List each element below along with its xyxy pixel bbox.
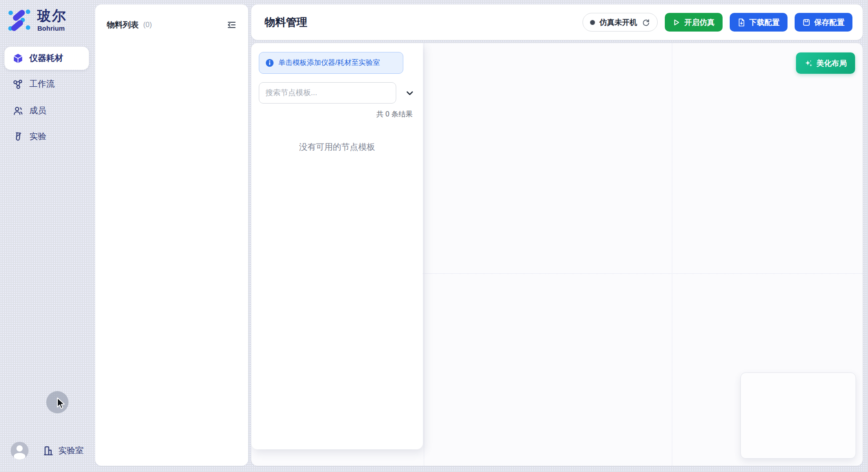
beautify-layout-button[interactable]: 美化布局 [796,52,855,74]
play-icon [673,19,680,26]
lab-link[interactable]: 实验室 [43,445,84,456]
header-actions: 仿真未开机 开启仿真 下载配置 保存配置 [583,13,852,32]
sidebar-item-label: 仪器耗材 [29,52,63,64]
start-simulation-label: 开启仿真 [684,17,715,28]
beautify-layout-label: 美化布局 [816,58,847,68]
canvas-gridline [672,43,672,466]
save-icon [803,19,810,26]
workflow-icon [12,79,23,89]
sparkles-icon [804,59,813,68]
download-config-label: 下载配置 [749,17,780,28]
sidebar-item-members[interactable]: 成员 [4,99,89,122]
sidebar-item-label: 实验 [29,131,46,142]
brand-name-cn: 玻尔 [37,9,67,23]
sidebar-item-experiments[interactable]: 实验 [4,125,89,148]
save-config-button[interactable]: 保存配置 [795,13,852,32]
brand-logo: 玻尔 Bohrium [8,9,67,32]
search-row [259,82,415,104]
collapse-panel-icon[interactable] [227,20,237,30]
info-icon [265,59,274,67]
bohrium-logo-icon [8,9,30,32]
sidebar-item-label: 工作流 [29,78,55,90]
search-input[interactable] [259,82,396,104]
info-banner: 单击模板添加仪器/耗材至实验室 [259,52,403,74]
file-download-icon [738,18,745,27]
chevron-down-icon[interactable] [404,87,415,99]
result-count: 共 0 条结果 [259,110,415,119]
materials-list-count: (0) [143,21,152,29]
brand-name-en: Bohrium [37,24,67,32]
refresh-icon[interactable] [642,18,650,27]
node-template-panel: 单击模板添加仪器/耗材至实验室 共 0 条结果 没有可用的节点模板 [251,43,423,449]
members-icon [12,105,23,116]
sidebar-footer: 实验室 [11,442,84,460]
lab-label: 实验室 [58,445,84,456]
minimap[interactable] [740,372,856,459]
sidebar-item-instruments[interactable]: 仪器耗材 [4,47,89,70]
save-config-label: 保存配置 [814,17,844,28]
page-title: 物料管理 [265,15,307,29]
flow-canvas[interactable]: 单击模板添加仪器/耗材至实验室 共 0 条结果 没有可用的节点模板 美化布局 [251,43,863,466]
mouse-cursor [56,397,67,410]
building-icon [43,445,54,456]
simulation-status-pill[interactable]: 仿真未开机 [583,13,658,32]
sidebar: 玻尔 Bohrium 仪器耗材 工作流 [0,0,95,472]
download-config-button[interactable]: 下载配置 [730,13,788,32]
status-label: 仿真未开机 [599,17,637,28]
empty-state-text: 没有可用的节点模板 [259,141,415,153]
materials-list-panel: 物料列表 (0) [95,4,248,466]
materials-list-header: 物料列表 (0) [95,4,248,30]
materials-list-title: 物料列表 [107,20,139,30]
cube-icon [12,53,23,64]
brand-text: 玻尔 Bohrium [37,9,67,32]
status-dot-icon [590,20,595,25]
sidebar-item-label: 成员 [29,105,46,116]
start-simulation-button[interactable]: 开启仿真 [665,13,723,32]
main-header: 物料管理 仿真未开机 开启仿真 下载配置 [251,4,863,40]
canvas-gridline [424,43,424,466]
avatar[interactable] [11,442,28,460]
info-banner-text: 单击模板添加仪器/耗材至实验室 [278,58,380,68]
sidebar-item-workflow[interactable]: 工作流 [4,72,89,96]
test-tube-icon [12,131,23,142]
